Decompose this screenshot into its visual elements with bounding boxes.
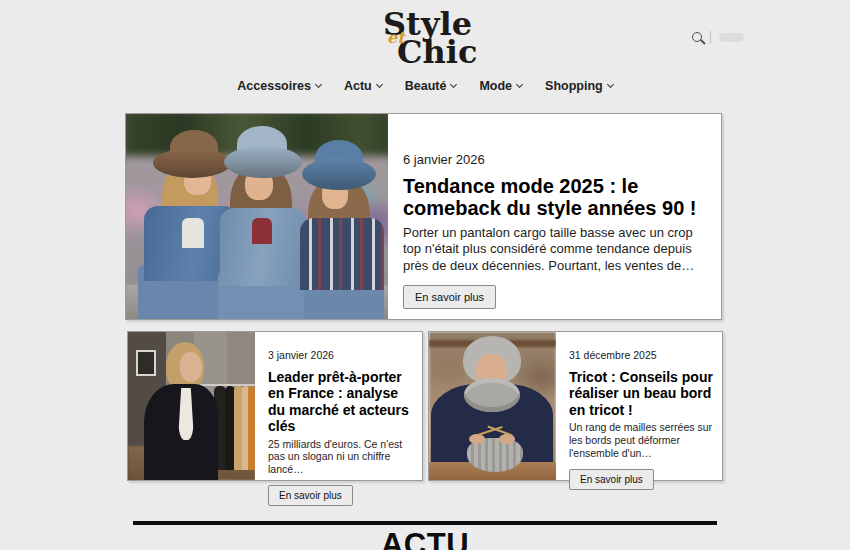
- chevron-down-icon: [376, 81, 383, 88]
- nav-item-beaute[interactable]: Beauté: [405, 79, 457, 93]
- search-icon[interactable]: [692, 32, 702, 42]
- section-divider-rule: [133, 521, 717, 525]
- card-title[interactable]: Leader prêt-à-porter en France : analyse…: [268, 369, 414, 435]
- card-content: 31 décembre 2025 Tricot : Conseils pour …: [556, 332, 722, 480]
- nav-item-mode[interactable]: Mode: [479, 79, 522, 93]
- photo-woman-face: [180, 352, 202, 382]
- chevron-down-icon: [315, 81, 322, 88]
- article-card-pret-a-porter: 3 janvier 2026 Leader prêt-à-porter en F…: [127, 331, 423, 481]
- logo-word-et: et: [387, 30, 405, 46]
- site-logo[interactable]: Style et Chic: [385, 8, 465, 68]
- chevron-down-icon: [516, 81, 523, 88]
- chevron-down-icon: [450, 81, 457, 88]
- card-content: 3 janvier 2026 Leader prêt-à-porter en F…: [255, 332, 422, 480]
- nav-item-shopping[interactable]: Shopping: [545, 79, 613, 93]
- article-card-tricot: 31 décembre 2025 Tricot : Conseils pour …: [428, 331, 723, 481]
- chevron-down-icon: [607, 81, 614, 88]
- hero-read-more-button[interactable]: En savoir plus: [403, 285, 496, 309]
- photo-knitted-scarf: [464, 378, 520, 412]
- card-excerpt: 25 milliards d'euros. Ce n'est pas un sl…: [268, 438, 414, 476]
- logo-word-chic: et Chic: [397, 36, 465, 68]
- nav-item-accessoires[interactable]: Accessoires: [237, 79, 321, 93]
- card-image-store[interactable]: [128, 332, 255, 480]
- toggle-switch[interactable]: [719, 33, 744, 42]
- nav-item-actu[interactable]: Actu: [344, 79, 382, 93]
- section-title-actu: ACTU: [0, 527, 850, 550]
- hero-article-card: 6 janvier 2026 Tendance mode 2025 : le c…: [125, 113, 722, 320]
- hero-title[interactable]: Tendance mode 2025 : le comeback du styl…: [403, 176, 703, 219]
- card-image-knitting[interactable]: [429, 332, 556, 480]
- hero-date: 6 janvier 2026: [403, 152, 703, 167]
- header-divider: [710, 31, 711, 44]
- card-title[interactable]: Tricot : Conseils pour réaliser un beau …: [569, 369, 714, 418]
- card-read-more-button[interactable]: En savoir plus: [569, 469, 654, 490]
- main-nav: Accessoires Actu Beauté Mode Shopping: [0, 79, 850, 93]
- hero-excerpt: Porter un pantalon cargo taille basse av…: [403, 225, 703, 274]
- hero-article-image[interactable]: [126, 114, 388, 319]
- card-excerpt: Un rang de mailles serrées sur les bords…: [569, 421, 714, 459]
- header-utilities: [692, 29, 744, 45]
- hero-article-content: 6 janvier 2026 Tendance mode 2025 : le c…: [388, 114, 721, 319]
- card-date: 3 janvier 2026: [268, 349, 414, 361]
- card-date: 31 décembre 2025: [569, 349, 714, 361]
- photo-wall-frame: [136, 350, 156, 376]
- card-read-more-button[interactable]: En savoir plus: [268, 485, 353, 506]
